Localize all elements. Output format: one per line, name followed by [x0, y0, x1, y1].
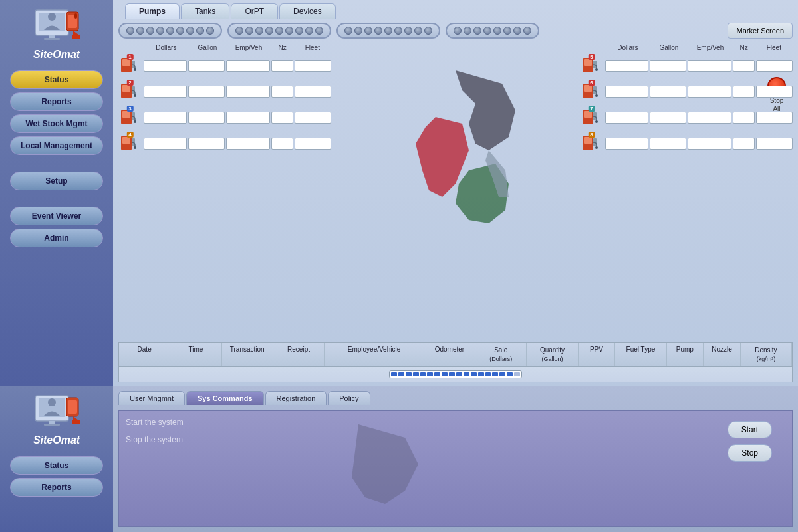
pump-cell: [650, 86, 686, 98]
bottom-tab-registration[interactable]: Registration: [265, 391, 327, 405]
tab-pumps[interactable]: Pumps: [125, 3, 180, 19]
pump-cell: [295, 60, 331, 72]
col-gallon-right: Gallon: [650, 44, 688, 51]
sidebar-bottom-status[interactable]: Status: [10, 456, 103, 475]
pump-cell: [295, 86, 331, 98]
indicator-dot: [503, 27, 511, 35]
pump-icon-3: 3: [118, 106, 142, 129]
col-date: Date: [119, 343, 170, 366]
col-dollars-left: Dollars: [144, 44, 189, 51]
pump-cells-5: [605, 60, 793, 72]
sidebar-item-admin[interactable]: Admin: [10, 229, 103, 247]
tab-tanks[interactable]: Tanks: [181, 3, 229, 19]
market-screen-button[interactable]: Market Screen: [728, 23, 793, 39]
logo-text: SiteOmat: [33, 49, 80, 61]
progress-segment: [420, 372, 426, 376]
col-transaction: Transaction: [222, 343, 273, 366]
svg-rect-7: [44, 38, 60, 40]
indicator-dot: [424, 27, 432, 35]
bottom-tabs-row: User Mngmnt Sys Commands Registration Po…: [118, 391, 793, 405]
sidebar-item-local-mgmt[interactable]: Local Management: [10, 136, 103, 155]
pump-cell: [188, 112, 225, 124]
tab-orpt[interactable]: OrPT: [231, 3, 278, 19]
start-system-button[interactable]: Start: [728, 421, 772, 438]
pump-cell: [271, 60, 294, 72]
progress-segment: [413, 372, 419, 376]
bottom-tab-content: Start the system Stop the system Start S…: [118, 410, 793, 527]
pump-cell: [295, 138, 331, 150]
pump-cell: [144, 60, 187, 72]
map-center: [382, 64, 529, 250]
sidebar-item-status[interactable]: Status: [10, 70, 103, 89]
pump-cell: [733, 86, 755, 98]
col-nz-left: Nz: [271, 44, 294, 51]
sidebar-bottom-reports[interactable]: Reports: [10, 478, 103, 497]
progress-segment: [427, 372, 433, 376]
progress-segment: [499, 372, 505, 376]
logo-image-bottom: [32, 392, 82, 432]
sidebar-top: SiteOmat Status Reports Wet Stock Mgmt L…: [0, 0, 113, 386]
indicator-dot: [136, 27, 144, 35]
pump-cell: [271, 86, 294, 98]
transaction-header: Date Time Transaction Receipt Employee/V…: [119, 343, 792, 367]
sidebar-item-wet-stock[interactable]: Wet Stock Mgmt: [10, 114, 103, 133]
main-content-top: Pumps Tanks OrPT Devices: [113, 0, 798, 386]
indicator-dot: [454, 27, 462, 35]
progress-segment: [391, 372, 397, 376]
sidebar-item-event-viewer[interactable]: Event Viewer: [10, 207, 103, 225]
pump-cell: [756, 112, 793, 124]
svg-point-19: [134, 120, 136, 123]
pump-cell: [226, 86, 269, 98]
sidebar-item-setup[interactable]: Setup: [10, 172, 103, 190]
progress-segment: [485, 372, 491, 376]
pump-cell: [271, 112, 294, 124]
stop-system-button[interactable]: Stop: [728, 444, 772, 462]
indicator-dot: [295, 27, 303, 35]
pump-row-6: 6: [580, 80, 793, 103]
indicators-row: Market Screen: [118, 23, 793, 39]
progress-segment: [406, 372, 412, 376]
pump-cells-7: [605, 112, 793, 124]
tab-devices[interactable]: Devices: [279, 3, 336, 19]
indicator-dot: [374, 27, 382, 35]
indicator-dot: [305, 27, 313, 35]
bottom-tab-sys-commands[interactable]: Sys Commands: [186, 391, 264, 405]
pump-cells-6: [605, 86, 793, 98]
col-pump: Pump: [667, 343, 704, 366]
pump-cells-4: [144, 138, 331, 150]
map-svg: [382, 64, 529, 250]
col-employee-vehicle: Employee/Vehicle: [325, 343, 424, 366]
indicator-dot: [404, 27, 412, 35]
bottom-tab-policy[interactable]: Policy: [328, 391, 370, 405]
progress-segment: [471, 372, 477, 376]
progress-segment-empty: [514, 372, 520, 376]
main-content-bottom: User Mngmnt Sys Commands Registration Po…: [113, 386, 798, 532]
indicator-dot: [245, 27, 253, 35]
svg-rect-13: [122, 85, 130, 92]
pump-badge-1: 1: [126, 54, 133, 60]
sidebar-bottom: SiteOmat Status Reports: [0, 386, 113, 532]
svg-point-23: [134, 146, 136, 149]
pump-header-left: Dollars Gallon Emp/Veh Nz Fleet: [118, 44, 331, 51]
indicator-dot: [235, 27, 243, 35]
progress-segment: [464, 372, 469, 376]
svg-rect-9: [122, 59, 130, 66]
pump-cell: [733, 112, 755, 124]
pump-cell: [226, 60, 269, 72]
col-gallon-left: Gallon: [189, 44, 226, 51]
pump-cells-1: [144, 60, 331, 72]
svg-point-31: [595, 94, 598, 97]
col-odometer: Odometer: [424, 343, 475, 366]
pump-row-8: 8: [580, 132, 793, 155]
indicator-dot: [384, 27, 392, 35]
pumps-area: Dollars Gallon Emp/Veh Nz Fleet 1: [118, 44, 793, 338]
bottom-tab-user-mngmnt[interactable]: User Mngmnt: [118, 391, 185, 405]
svg-rect-21: [122, 137, 130, 144]
pump-badge-7: 7: [588, 106, 595, 112]
svg-point-27: [595, 68, 598, 71]
pump-icon-6: 6: [580, 80, 603, 103]
sys-command-stop-row: Stop the system: [126, 435, 205, 444]
sidebar-item-reports[interactable]: Reports: [10, 92, 103, 111]
pump-badge-5: 5: [588, 54, 595, 60]
indicator-group-3: [336, 23, 440, 39]
